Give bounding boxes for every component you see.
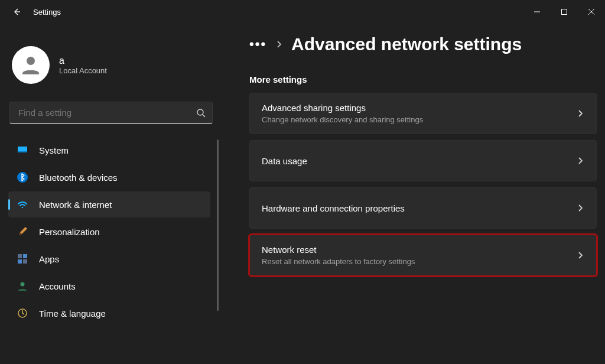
wifi-icon [17,199,28,210]
window-close-button[interactable] [578,0,605,24]
search-input[interactable] [9,102,213,124]
sidebar-scrollbar[interactable] [217,139,219,311]
card-subtitle: Change network discovery and sharing set… [262,115,576,124]
svg-rect-14 [23,259,27,264]
close-icon [588,8,595,15]
card-network-reset[interactable]: Network reset Reset all network adapters… [249,235,597,276]
card-subtitle: Reset all network adapters to factory se… [262,257,576,266]
svg-line-6 [203,115,205,117]
page-title: Advanced network settings [291,34,522,54]
sidebar-item-apps[interactable]: Apps [8,246,210,272]
breadcrumb: ••• Advanced network settings [249,34,599,54]
card-title: Data usage [262,156,576,166]
svg-rect-12 [23,254,27,258]
svg-rect-13 [18,259,22,264]
chevron-right-icon [576,204,584,212]
bluetooth-icon [17,171,28,183]
avatar [12,46,50,84]
arrow-left-icon [12,7,21,17]
card-title: Advanced sharing settings [262,103,576,113]
sidebar-item-label: Time & language [39,308,106,318]
minimize-icon [534,8,541,15]
profile-subtitle: Local Account [59,66,107,75]
account-icon [17,280,28,292]
svg-point-15 [21,282,25,287]
sidebar-item-time-language[interactable]: Time & language [8,300,210,326]
svg-point-10 [22,207,24,209]
breadcrumb-overflow[interactable]: ••• [249,37,266,52]
chevron-right-icon [576,251,584,259]
selection-indicator [8,199,10,210]
sidebar-item-system[interactable]: System [8,137,210,163]
monitor-icon [17,144,28,156]
window-maximize-button[interactable] [551,0,578,24]
svg-point-5 [197,109,203,115]
window-minimize-button[interactable] [523,0,551,24]
search-icon [196,108,206,118]
svg-rect-1 [562,9,567,15]
apps-icon [17,253,28,265]
sidebar-nav: System Bluetooth & devices Network & int… [8,137,219,326]
sidebar-item-accounts[interactable]: Accounts [8,273,210,299]
app-title: Settings [33,8,61,17]
card-advanced-sharing[interactable]: Advanced sharing settings Change network… [249,93,597,134]
svg-rect-11 [18,254,22,258]
card-data-usage[interactable]: Data usage [249,140,597,181]
sidebar-item-label: Apps [39,254,59,264]
chevron-right-icon [275,40,283,48]
section-header: More settings [249,74,599,84]
card-title: Network reset [262,245,576,255]
back-button[interactable] [9,7,24,17]
clock-globe-icon [17,307,28,319]
brush-icon [17,226,28,238]
sidebar-item-personalization[interactable]: Personalization [8,219,210,245]
chevron-right-icon [576,157,584,165]
sidebar-item-bluetooth[interactable]: Bluetooth & devices [8,164,210,190]
sidebar-item-label: Personalization [39,227,100,237]
profile-block[interactable]: a Local Account [8,38,219,98]
card-hardware-properties[interactable]: Hardware and connection properties [249,187,597,229]
sidebar-item-label: Bluetooth & devices [39,173,118,183]
svg-rect-8 [18,151,27,152]
sidebar-item-network[interactable]: Network & internet [8,191,210,217]
chevron-right-icon [576,109,584,118]
person-icon [18,53,43,77]
maximize-icon [561,8,568,15]
card-title: Hardware and connection properties [262,203,576,213]
svg-point-4 [27,57,35,65]
profile-name: a [59,56,107,66]
sidebar-item-label: Accounts [39,281,76,291]
sidebar-item-label: System [39,145,69,155]
sidebar-item-label: Network & internet [39,200,112,210]
